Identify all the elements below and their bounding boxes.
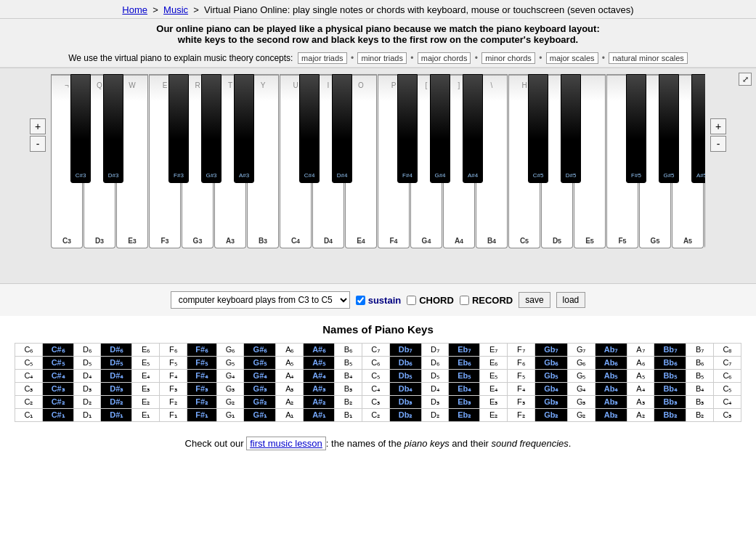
record-checkbox[interactable] [460, 296, 469, 305]
key-name-cell[interactable]: D₂ [421, 409, 449, 422]
key-name-cell[interactable]: C₄ [362, 383, 389, 396]
zoom-in-left-button[interactable]: + [30, 118, 46, 134]
theory-major-triads[interactable]: major triads [298, 52, 346, 64]
key-name-cell[interactable]: C₆ [713, 370, 741, 383]
key-name-cell[interactable]: Eb₄ [449, 383, 480, 396]
zoom-out-left-button[interactable]: - [30, 136, 46, 152]
sustain-label[interactable]: sustain [356, 295, 402, 306]
key-name-cell[interactable]: A#₄ [304, 370, 335, 383]
first-music-lesson-link[interactable]: first music lesson [246, 437, 326, 450]
key-name-cell[interactable]: C₇ [362, 344, 389, 357]
key-name-cell[interactable]: D₅ [73, 357, 101, 370]
key-name-cell[interactable]: C₃ [362, 396, 389, 409]
key-name-cell[interactable]: E₅ [480, 370, 508, 383]
black-key-G#5[interactable]: G#5 [659, 74, 679, 183]
key-name-cell[interactable]: Db₇ [389, 344, 421, 357]
theory-minor-triads[interactable]: minor triads [357, 52, 406, 64]
key-name-cell[interactable]: Bb₅ [654, 370, 686, 383]
key-name-cell[interactable]: Gb₆ [535, 357, 567, 370]
key-name-cell[interactable]: G#₅ [244, 357, 276, 370]
key-name-cell[interactable]: Db₃ [389, 396, 421, 409]
key-name-cell[interactable]: C₅ [713, 383, 741, 396]
key-name-cell[interactable]: C₆ [15, 344, 43, 357]
load-button[interactable]: load [556, 292, 586, 308]
key-name-cell[interactable]: A₂ [627, 409, 654, 422]
key-name-cell[interactable]: A₄ [627, 383, 654, 396]
key-name-cell[interactable]: B₂ [335, 396, 362, 409]
key-name-cell[interactable]: Bb₄ [654, 383, 686, 396]
key-name-cell[interactable]: B₃ [686, 396, 714, 409]
key-name-cell[interactable]: C₅ [362, 370, 389, 383]
key-name-cell[interactable]: C₅ [15, 357, 43, 370]
key-name-cell[interactable]: Db₅ [389, 370, 421, 383]
key-name-cell[interactable]: A₆ [627, 357, 654, 370]
key-name-cell[interactable]: A#₅ [304, 357, 335, 370]
key-name-cell[interactable]: Bb₂ [654, 409, 686, 422]
key-name-cell[interactable]: E₃ [132, 383, 160, 396]
key-name-cell[interactable]: C₁ [15, 409, 43, 422]
key-name-cell[interactable]: F#₆ [187, 344, 216, 357]
zoom-in-right-button[interactable]: + [710, 118, 726, 134]
key-name-cell[interactable]: Eb₂ [449, 409, 480, 422]
key-name-cell[interactable]: G#₁ [244, 409, 276, 422]
black-key-D#3[interactable]: D#3 [103, 74, 123, 183]
chord-checkbox[interactable] [407, 296, 416, 305]
key-name-cell[interactable]: F₅ [160, 357, 187, 370]
key-name-cell[interactable]: F#₂ [187, 396, 216, 409]
save-button[interactable]: save [519, 292, 550, 308]
key-name-cell[interactable]: G₃ [567, 396, 595, 409]
key-name-cell[interactable]: D₆ [421, 357, 449, 370]
key-name-cell[interactable]: D₄ [421, 383, 449, 396]
key-name-cell[interactable]: Db₆ [389, 357, 421, 370]
key-name-cell[interactable]: Gb₃ [535, 396, 567, 409]
theory-major-chords[interactable]: major chords [418, 52, 471, 64]
key-name-cell[interactable]: Ab₃ [595, 396, 627, 409]
key-name-cell[interactable]: F#₁ [187, 409, 216, 422]
black-key-C#4[interactable]: C#4 [299, 74, 320, 183]
key-name-cell[interactable]: A₃ [627, 396, 654, 409]
key-name-cell[interactable]: G₄ [216, 370, 244, 383]
key-name-cell[interactable]: A₂ [276, 396, 304, 409]
black-key-D#4[interactable]: D#4 [332, 74, 352, 183]
key-name-cell[interactable]: G#₂ [244, 396, 276, 409]
key-name-cell[interactable]: F₁ [160, 409, 187, 422]
key-name-cell[interactable]: F₄ [160, 370, 187, 383]
key-name-cell[interactable]: F₃ [160, 383, 187, 396]
key-name-cell[interactable]: C₆ [362, 357, 389, 370]
key-name-cell[interactable]: D#₄ [101, 370, 132, 383]
key-name-cell[interactable]: D#₆ [101, 344, 132, 357]
key-name-cell[interactable]: Bb₇ [654, 344, 686, 357]
key-name-cell[interactable]: G₂ [567, 409, 595, 422]
key-name-cell[interactable]: C₂ [362, 409, 389, 422]
key-name-cell[interactable]: Eb₅ [449, 370, 480, 383]
key-name-cell[interactable]: F₂ [508, 409, 535, 422]
key-name-cell[interactable]: D₃ [73, 383, 101, 396]
key-name-cell[interactable]: G₃ [216, 383, 244, 396]
black-key-D#5[interactable]: D#5 [561, 74, 581, 183]
black-key-F#4[interactable]: F#4 [397, 74, 418, 183]
key-name-cell[interactable]: A#₁ [304, 409, 335, 422]
key-name-cell[interactable]: C#₅ [42, 357, 73, 370]
key-name-cell[interactable]: B₄ [686, 383, 714, 396]
zoom-out-right-button[interactable]: - [710, 136, 726, 152]
key-name-cell[interactable]: A₁ [276, 409, 304, 422]
key-name-cell[interactable]: G#₆ [244, 344, 276, 357]
key-name-cell[interactable]: Ab₇ [595, 344, 627, 357]
black-key-C#5[interactable]: C#5 [528, 74, 548, 183]
key-name-cell[interactable]: F₆ [508, 357, 535, 370]
key-name-cell[interactable]: Ab₆ [595, 357, 627, 370]
key-name-cell[interactable]: Db₄ [389, 383, 421, 396]
key-name-cell[interactable]: C₃ [713, 409, 741, 422]
key-name-cell[interactable]: Eb₃ [449, 396, 480, 409]
key-name-cell[interactable]: F#₃ [187, 383, 216, 396]
black-key-C#3[interactable]: C#3 [70, 74, 91, 183]
key-name-cell[interactable]: B₂ [686, 409, 714, 422]
key-name-cell[interactable]: F₃ [508, 396, 535, 409]
key-name-cell[interactable]: A#₂ [304, 396, 335, 409]
key-name-cell[interactable]: C#₄ [42, 370, 73, 383]
key-name-cell[interactable]: E₅ [132, 357, 160, 370]
key-name-cell[interactable]: E₆ [480, 357, 508, 370]
key-name-cell[interactable]: B₆ [335, 344, 362, 357]
key-name-cell[interactable]: F₅ [508, 370, 535, 383]
key-name-cell[interactable]: B₅ [686, 370, 714, 383]
